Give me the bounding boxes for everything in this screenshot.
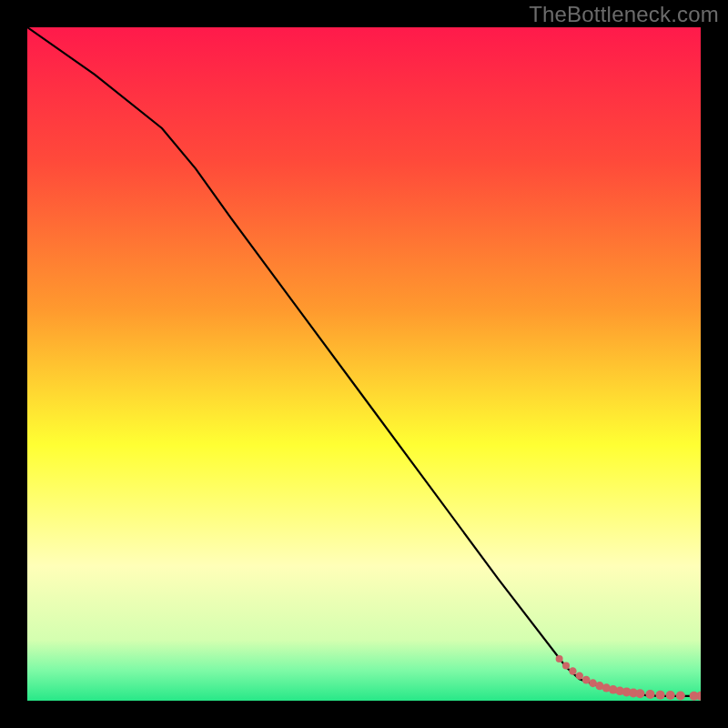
- plot-area: [27, 27, 701, 701]
- chart-svg: [27, 27, 701, 701]
- watermark-text: TheBottleneck.com: [529, 2, 719, 27]
- dot: [576, 672, 583, 679]
- dot: [562, 662, 570, 670]
- dot: [635, 689, 644, 698]
- dot: [656, 691, 665, 700]
- dot: [569, 667, 576, 674]
- dot: [676, 691, 685, 700]
- chart-stage: TheBottleneck.com: [0, 0, 728, 728]
- dot: [666, 691, 675, 700]
- dot: [556, 655, 563, 662]
- gradient-background: [27, 27, 701, 701]
- dot: [646, 690, 655, 699]
